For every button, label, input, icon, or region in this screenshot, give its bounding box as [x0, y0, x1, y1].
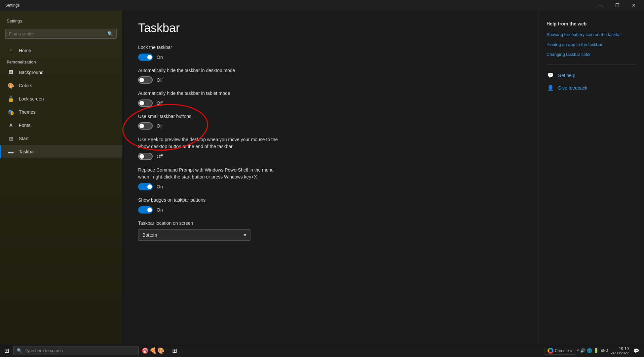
search-box[interactable]: 🔍 [5, 29, 117, 39]
network-icon[interactable]: 🌐 [587, 348, 592, 353]
sidebar-item-background-label: Background [19, 70, 44, 75]
app-container: Settings 🔍 ⌂ Home Personalization 🖼 Back… [0, 11, 644, 344]
emoji-icon-3[interactable]: 🎨 [157, 347, 165, 354]
toggle-badges[interactable] [138, 206, 153, 214]
setting-small-buttons: Use small taskbar buttons Off [138, 113, 522, 130]
setting-hide-desktop: Automatically hide the taskbar in deskto… [138, 67, 522, 84]
sidebar-item-taskbar-label: Taskbar [19, 149, 35, 154]
toggle-lock-taskbar-text: On [157, 55, 163, 60]
colors-icon: 🎨 [8, 82, 14, 89]
taskbar-time: 19:19 [611, 346, 629, 351]
start-icon: ⊞ [8, 135, 14, 142]
sys-tray-caret[interactable]: ^ [577, 348, 579, 353]
sidebar-item-taskbar[interactable]: ▬ Taskbar [0, 145, 122, 158]
taskbar-emoji-icons: 🎯 🍕 🎨 [141, 347, 165, 354]
window-title: Settings [3, 3, 19, 8]
toggle-row-hide-desktop: Off [138, 76, 522, 84]
sidebar-title: Settings [0, 16, 122, 29]
setting-powershell: Replace Command Prompt with Windows Powe… [138, 167, 522, 190]
sidebar-item-background[interactable]: 🖼 Background [0, 66, 122, 79]
chevron-down-icon: ▾ [244, 232, 246, 238]
home-icon: ⌂ [8, 47, 14, 54]
setting-taskbar-location: Taskbar location on screen Bottom ▾ [138, 220, 522, 241]
setting-badges: Show badges on taskbar buttons On [138, 197, 522, 214]
give-feedback-icon: 👤 [547, 84, 554, 92]
toggle-hide-desktop[interactable] [138, 76, 153, 84]
sidebar-item-colors[interactable]: 🎨 Colors [0, 79, 122, 92]
sidebar-item-home[interactable]: ⌂ Home [0, 44, 122, 57]
toggle-peek-preview[interactable] [138, 153, 153, 160]
toggle-small-buttons[interactable] [138, 122, 153, 130]
taskbar-right: Chrome » ^ 🔊 🌐 🔋 ENG 19:19 24/08/2022 💬 [545, 345, 644, 356]
get-help-label[interactable]: Get help [558, 73, 575, 78]
toggle-hide-tablet[interactable] [138, 99, 153, 107]
volume-icon[interactable]: 🔊 [580, 348, 586, 353]
page-title: Taskbar [138, 21, 522, 35]
setting-taskbar-location-label: Taskbar location on screen [138, 220, 522, 227]
get-help-icon: 💬 [547, 71, 554, 79]
sidebar: Settings 🔍 ⌂ Home Personalization 🖼 Back… [0, 11, 122, 344]
toggle-badges-text: On [157, 207, 163, 213]
get-help-action[interactable]: 💬 Get help [547, 71, 636, 79]
emoji-icon-2[interactable]: 🍕 [149, 347, 157, 354]
taskbar-search-icon: 🔍 [17, 348, 22, 353]
sidebar-item-colors-label: Colors [19, 83, 32, 88]
toggle-hide-tablet-text: Off [157, 100, 163, 106]
battery-icon[interactable]: 🔋 [593, 348, 599, 353]
taskbar-location-dropdown[interactable]: Bottom ▾ [138, 229, 250, 241]
help-title: Help from the web [547, 21, 636, 26]
taskbar: ⊞ 🔍 Type here to search 🎯 🍕 🎨 ⊞ Chrome »… [0, 344, 644, 357]
help-link-color[interactable]: Changing taskbar color [547, 52, 636, 58]
sidebar-item-themes[interactable]: 🎭 Themes [0, 105, 122, 119]
sidebar-item-start[interactable]: ⊞ Start [0, 132, 122, 145]
emoji-icon-1[interactable]: 🎯 [141, 347, 149, 354]
toggle-powershell-knob [147, 184, 152, 189]
close-button[interactable]: ✕ [626, 0, 641, 11]
window-controls: — ❐ ✕ [593, 0, 641, 11]
toggle-lock-taskbar[interactable] [138, 54, 153, 61]
help-divider [547, 64, 636, 65]
setting-badges-label: Show badges on taskbar buttons [138, 197, 522, 204]
taskbar-clock[interactable]: 19:19 24/08/2022 [611, 346, 629, 355]
background-icon: 🖼 [8, 69, 14, 76]
toggle-row-peek-preview: Off [138, 153, 522, 160]
fonts-icon: A [8, 122, 14, 129]
lock-screen-icon: 🔒 [8, 96, 14, 102]
sidebar-item-lock-screen[interactable]: 🔒 Lock screen [0, 92, 122, 105]
setting-hide-tablet: Automatically hide the taskbar in tablet… [138, 90, 522, 107]
chrome-label: Chrome [555, 348, 569, 353]
help-link-battery[interactable]: Showing the battery icon on the taskbar [547, 32, 636, 38]
help-link-pinning[interactable]: Pinning an app to the taskbar [547, 42, 636, 48]
setting-lock-taskbar-label: Lock the taskbar [138, 44, 522, 51]
sidebar-item-themes-label: Themes [19, 109, 36, 115]
taskbar-search-box[interactable]: 🔍 Type here to search [13, 346, 139, 355]
setting-hide-desktop-label: Automatically hide the taskbar in deskto… [138, 67, 522, 74]
search-input[interactable] [9, 31, 106, 36]
give-feedback-label[interactable]: Give feedback [558, 85, 587, 91]
language-icon[interactable]: ENG [600, 349, 609, 352]
search-icon: 🔍 [107, 31, 113, 36]
give-feedback-action[interactable]: 👤 Give feedback [547, 84, 636, 92]
toggle-badges-knob [147, 208, 152, 212]
taskbar-date: 24/08/2022 [611, 351, 629, 355]
sidebar-item-fonts[interactable]: A Fonts [0, 119, 122, 132]
setting-small-buttons-label: Use small taskbar buttons [138, 113, 522, 120]
notification-button[interactable]: 💬 [631, 345, 641, 356]
minimize-button[interactable]: — [593, 0, 608, 11]
taskbar-app-icons: ⊞ [169, 345, 180, 357]
toggle-row-small-buttons: Off [138, 122, 522, 130]
toggle-row-lock-taskbar: On [138, 54, 522, 61]
maximize-button[interactable]: ❐ [610, 0, 625, 11]
toggle-small-buttons-text: Off [157, 123, 163, 129]
start-button[interactable]: ⊞ [0, 344, 13, 357]
dropdown-value: Bottom [142, 232, 157, 238]
toggle-row-hide-tablet: Off [138, 99, 522, 107]
taskbar-view-icon[interactable]: ⊞ [169, 345, 180, 357]
toggle-powershell[interactable] [138, 183, 153, 190]
setting-lock-taskbar: Lock the taskbar On [138, 44, 522, 61]
toggle-peek-preview-text: Off [157, 154, 163, 159]
toggle-lock-taskbar-knob [147, 55, 152, 60]
chrome-taskbar-item[interactable]: Chrome » [545, 347, 575, 355]
toggle-row-powershell: On [138, 183, 522, 190]
sidebar-section-label: Personalization [0, 57, 122, 66]
